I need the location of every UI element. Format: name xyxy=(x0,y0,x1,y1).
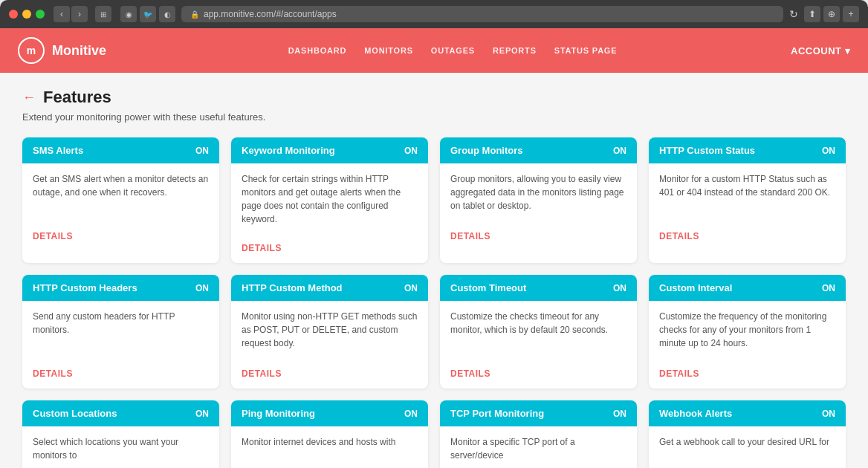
feature-card: TCP Port Monitoring ON Monitor a specifi… xyxy=(440,400,637,468)
details-link[interactable]: DETAILS xyxy=(450,368,490,379)
feature-footer: DETAILS xyxy=(440,360,637,389)
feature-desc: Monitor using non-HTTP GET methods such … xyxy=(242,310,418,350)
feature-body: Check for certain strings within HTTP mo… xyxy=(231,163,428,235)
feature-card: Custom Interval ON Customize the frequen… xyxy=(649,275,846,389)
feature-title: Group Monitors xyxy=(450,145,523,156)
feature-header: Custom Timeout ON xyxy=(440,275,637,301)
details-link[interactable]: DETAILS xyxy=(450,231,490,241)
feature-body: Customize the checks timeout for any mon… xyxy=(440,301,637,360)
app-header: m Monitive DASHBOARD MONITORS OUTAGES RE… xyxy=(0,28,868,73)
feature-title: Custom Locations xyxy=(33,408,117,419)
reload-button[interactable]: ↻ xyxy=(789,8,798,20)
page-title: Features xyxy=(43,88,111,107)
feature-body: Monitor a specific TCP port of a server/… xyxy=(440,426,637,468)
feature-header: TCP Port Monitoring ON xyxy=(440,400,637,426)
account-label: ACCOUNT xyxy=(791,45,842,56)
nav-status-page[interactable]: STATUS PAGE xyxy=(554,40,618,61)
feature-title: Custom Timeout xyxy=(450,282,526,293)
feature-desc: Customize the frequency of the monitorin… xyxy=(659,310,835,350)
feature-title: SMS Alerts xyxy=(33,145,83,156)
feature-desc: Send any custom headers for HTTP monitor… xyxy=(33,310,209,337)
feature-header: HTTP Custom Headers ON xyxy=(22,275,219,301)
feature-body: Customize the frequency of the monitorin… xyxy=(649,301,846,360)
new-tab-button[interactable]: ⊕ xyxy=(823,6,840,22)
address-bar[interactable]: 🔒 app.monitive.com/#/account/apps xyxy=(181,6,783,22)
nav-dashboard[interactable]: DASHBOARD xyxy=(288,40,347,61)
feature-status: ON xyxy=(195,409,209,419)
feature-desc: Group monitors, allowing you to easily v… xyxy=(450,172,626,212)
back-arrow-link[interactable]: ← xyxy=(22,90,36,105)
feature-body: Select which locations you want your mon… xyxy=(22,426,219,468)
feature-header: Custom Locations ON xyxy=(22,400,219,426)
traffic-lights xyxy=(9,10,45,19)
menu-button[interactable]: + xyxy=(843,6,859,22)
details-link[interactable]: DETAILS xyxy=(659,368,699,379)
account-nav[interactable]: ACCOUNT ▾ xyxy=(791,45,850,56)
details-link[interactable]: DETAILS xyxy=(659,231,699,241)
feature-body: Get an SMS alert when a monitor detects … xyxy=(22,163,219,223)
feature-body: Get a webhook call to your desired URL f… xyxy=(649,426,846,468)
back-nav-button[interactable]: ‹ xyxy=(54,6,70,22)
feature-card: Webhook Alerts ON Get a webhook call to … xyxy=(649,400,846,468)
feature-header: Keyword Monitoring ON xyxy=(231,137,428,163)
logo-icon: m xyxy=(18,37,45,64)
sidebar-toggle-button[interactable]: ⊞ xyxy=(95,6,111,22)
feature-card: HTTP Custom Method ON Monitor using non-… xyxy=(231,275,428,389)
feature-footer: DETAILS xyxy=(231,235,428,263)
ext-button-1[interactable]: ◉ xyxy=(120,6,137,22)
feature-status: ON xyxy=(822,146,835,156)
forward-nav-button[interactable]: › xyxy=(71,6,88,22)
feature-status: ON xyxy=(822,409,835,419)
feature-desc: Customize the checks timeout for any mon… xyxy=(450,310,626,337)
feature-title: HTTP Custom Status xyxy=(659,145,755,156)
app-wrapper: m Monitive DASHBOARD MONITORS OUTAGES RE… xyxy=(0,28,868,468)
feature-title: TCP Port Monitoring xyxy=(450,408,544,419)
feature-header: Webhook Alerts ON xyxy=(649,400,846,426)
details-link[interactable]: DETAILS xyxy=(33,231,73,241)
maximize-button[interactable] xyxy=(36,10,45,19)
feature-status: ON xyxy=(404,283,418,293)
feature-desc: Monitor for a custom HTTP Status such as… xyxy=(659,172,835,199)
feature-status: ON xyxy=(404,146,418,156)
page-subtitle: Extend your monitoring power with these … xyxy=(22,111,846,123)
nav-outages[interactable]: OUTAGES xyxy=(431,40,475,61)
feature-header: Group Monitors ON xyxy=(440,137,637,163)
feature-desc: Get a webhook call to your desired URL f… xyxy=(659,435,835,449)
feature-title: Webhook Alerts xyxy=(659,408,732,419)
features-grid: SMS Alerts ON Get an SMS alert when a mo… xyxy=(22,137,846,468)
ext-button-2[interactable]: 🐦 xyxy=(140,6,156,22)
ext-button-3[interactable]: ◐ xyxy=(159,6,175,22)
feature-footer: DETAILS xyxy=(22,360,219,389)
feature-header: HTTP Custom Status ON xyxy=(649,137,846,163)
feature-header: HTTP Custom Method ON xyxy=(231,275,428,301)
account-chevron-icon: ▾ xyxy=(845,45,851,56)
feature-header: SMS Alerts ON xyxy=(22,137,219,163)
feature-title: Custom Interval xyxy=(659,282,732,293)
feature-body: Monitor for a custom HTTP Status such as… xyxy=(649,163,846,223)
share-button[interactable]: ⬆ xyxy=(804,6,820,22)
close-button[interactable] xyxy=(9,10,18,19)
main-nav: DASHBOARD MONITORS OUTAGES REPORTS STATU… xyxy=(114,40,791,61)
feature-status: ON xyxy=(195,146,209,156)
url-text: app.monitive.com/#/account/apps xyxy=(204,9,337,19)
details-link[interactable]: DETAILS xyxy=(33,368,73,379)
feature-card: Ping Monitoring ON Monitor internet devi… xyxy=(231,400,428,468)
feature-card: Keyword Monitoring ON Check for certain … xyxy=(231,137,428,263)
feature-title: HTTP Custom Headers xyxy=(33,282,137,293)
feature-card: Custom Locations ON Select which locatio… xyxy=(22,400,219,468)
feature-title: Ping Monitoring xyxy=(242,408,315,419)
feature-footer: DETAILS xyxy=(440,223,637,251)
feature-body: Monitor internet devices and hosts with xyxy=(231,426,428,468)
feature-header: Custom Interval ON xyxy=(649,275,846,301)
feature-desc: Select which locations you want your mon… xyxy=(33,435,209,462)
nav-monitors[interactable]: MONITORS xyxy=(364,40,412,61)
feature-desc: Check for certain strings within HTTP mo… xyxy=(242,172,418,226)
brand-name: Monitive xyxy=(52,43,106,59)
feature-title: Keyword Monitoring xyxy=(242,145,335,156)
minimize-button[interactable] xyxy=(22,10,31,19)
page-header: ← Features xyxy=(22,88,846,107)
nav-reports[interactable]: REPORTS xyxy=(493,40,537,61)
feature-card: HTTP Custom Status ON Monitor for a cust… xyxy=(649,137,846,263)
details-link[interactable]: DETAILS xyxy=(242,368,282,379)
details-link[interactable]: DETAILS xyxy=(242,243,282,253)
